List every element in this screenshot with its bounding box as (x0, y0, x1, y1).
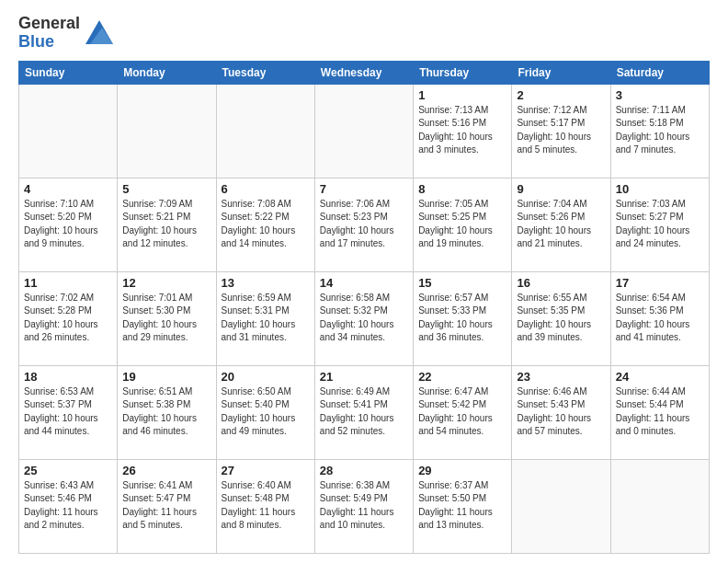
calendar-cell: 17Sunrise: 6:54 AM Sunset: 5:36 PM Dayli… (610, 271, 709, 365)
day-number: 16 (517, 276, 605, 290)
weekday-header: Tuesday (216, 61, 314, 84)
logo-icon (85, 20, 113, 48)
calendar-cell: 16Sunrise: 6:55 AM Sunset: 5:35 PM Dayli… (512, 271, 610, 365)
weekday-header: Thursday (414, 61, 512, 84)
calendar-cell: 3Sunrise: 7:11 AM Sunset: 5:18 PM Daylig… (610, 84, 709, 178)
calendar-cell: 4Sunrise: 7:10 AM Sunset: 5:20 PM Daylig… (19, 178, 118, 271)
day-info: Sunrise: 6:40 AM Sunset: 5:48 PM Dayligh… (222, 479, 310, 533)
day-number: 9 (517, 182, 605, 196)
calendar-cell (314, 84, 413, 178)
calendar-cell: 7Sunrise: 7:06 AM Sunset: 5:23 PM Daylig… (314, 178, 413, 271)
calendar-week-row: 25Sunrise: 6:43 AM Sunset: 5:46 PM Dayli… (19, 459, 710, 553)
day-info: Sunrise: 7:08 AM Sunset: 5:22 PM Dayligh… (222, 198, 310, 251)
day-info: Sunrise: 6:57 AM Sunset: 5:33 PM Dayligh… (418, 292, 506, 345)
calendar-cell: 11Sunrise: 7:02 AM Sunset: 5:28 PM Dayli… (19, 271, 118, 365)
calendar-cell: 23Sunrise: 6:46 AM Sunset: 5:43 PM Dayli… (512, 365, 610, 459)
header: General Blue (18, 15, 710, 52)
calendar-week-row: 1Sunrise: 7:13 AM Sunset: 5:16 PM Daylig… (19, 84, 710, 178)
day-number: 26 (122, 464, 210, 477)
day-info: Sunrise: 7:13 AM Sunset: 5:16 PM Dayligh… (418, 104, 506, 157)
day-number: 10 (616, 182, 704, 196)
day-number: 8 (418, 182, 506, 196)
calendar-cell (19, 84, 118, 178)
day-number: 23 (517, 370, 605, 384)
weekday-header: Sunday (19, 61, 118, 84)
day-info: Sunrise: 7:03 AM Sunset: 5:27 PM Dayligh… (616, 198, 704, 251)
calendar-cell: 15Sunrise: 6:57 AM Sunset: 5:33 PM Dayli… (414, 271, 512, 365)
day-number: 24 (616, 370, 704, 384)
day-number: 4 (24, 182, 112, 196)
day-info: Sunrise: 6:47 AM Sunset: 5:42 PM Dayligh… (418, 385, 506, 439)
day-info: Sunrise: 7:06 AM Sunset: 5:23 PM Dayligh… (320, 198, 408, 251)
day-info: Sunrise: 6:46 AM Sunset: 5:43 PM Dayligh… (517, 385, 605, 439)
calendar-cell: 6Sunrise: 7:08 AM Sunset: 5:22 PM Daylig… (216, 178, 314, 271)
day-number: 22 (418, 370, 506, 384)
day-info: Sunrise: 6:55 AM Sunset: 5:35 PM Dayligh… (517, 292, 605, 345)
day-number: 5 (122, 182, 210, 196)
day-number: 20 (222, 370, 310, 384)
day-info: Sunrise: 6:49 AM Sunset: 5:41 PM Dayligh… (320, 385, 408, 439)
calendar-week-row: 18Sunrise: 6:53 AM Sunset: 5:37 PM Dayli… (19, 365, 710, 459)
day-number: 19 (122, 370, 210, 384)
day-number: 12 (122, 276, 210, 290)
calendar-table: SundayMondayTuesdayWednesdayThursdayFrid… (18, 61, 710, 554)
day-info: Sunrise: 6:51 AM Sunset: 5:38 PM Dayligh… (122, 385, 210, 439)
calendar-cell: 2Sunrise: 7:12 AM Sunset: 5:17 PM Daylig… (512, 84, 610, 178)
calendar-week-row: 4Sunrise: 7:10 AM Sunset: 5:20 PM Daylig… (19, 178, 710, 271)
day-number: 25 (24, 464, 112, 477)
day-number: 18 (24, 370, 112, 384)
calendar-cell: 20Sunrise: 6:50 AM Sunset: 5:40 PM Dayli… (216, 365, 314, 459)
weekday-header: Friday (512, 61, 610, 84)
calendar-cell: 19Sunrise: 6:51 AM Sunset: 5:38 PM Dayli… (118, 365, 216, 459)
calendar-cell: 14Sunrise: 6:58 AM Sunset: 5:32 PM Dayli… (314, 271, 413, 365)
calendar-cell: 27Sunrise: 6:40 AM Sunset: 5:48 PM Dayli… (216, 459, 314, 553)
day-number: 7 (320, 182, 408, 196)
day-number: 27 (222, 464, 310, 477)
day-info: Sunrise: 6:44 AM Sunset: 5:44 PM Dayligh… (616, 385, 704, 439)
day-info: Sunrise: 6:41 AM Sunset: 5:47 PM Dayligh… (122, 479, 210, 533)
day-info: Sunrise: 7:11 AM Sunset: 5:18 PM Dayligh… (616, 104, 704, 157)
calendar-cell (610, 459, 709, 553)
calendar-cell: 29Sunrise: 6:37 AM Sunset: 5:50 PM Dayli… (414, 459, 512, 553)
day-info: Sunrise: 6:38 AM Sunset: 5:49 PM Dayligh… (320, 479, 408, 533)
day-number: 11 (24, 276, 112, 290)
day-info: Sunrise: 7:09 AM Sunset: 5:21 PM Dayligh… (122, 198, 210, 251)
day-info: Sunrise: 6:59 AM Sunset: 5:31 PM Dayligh… (222, 292, 310, 345)
calendar-cell: 10Sunrise: 7:03 AM Sunset: 5:27 PM Dayli… (610, 178, 709, 271)
day-info: Sunrise: 6:53 AM Sunset: 5:37 PM Dayligh… (24, 385, 112, 439)
calendar-cell: 5Sunrise: 7:09 AM Sunset: 5:21 PM Daylig… (118, 178, 216, 271)
logo-general: General (18, 15, 80, 33)
calendar-cell: 21Sunrise: 6:49 AM Sunset: 5:41 PM Dayli… (314, 365, 413, 459)
calendar-cell: 1Sunrise: 7:13 AM Sunset: 5:16 PM Daylig… (414, 84, 512, 178)
calendar-cell (118, 84, 216, 178)
day-info: Sunrise: 7:04 AM Sunset: 5:26 PM Dayligh… (517, 198, 605, 251)
day-number: 6 (222, 182, 310, 196)
weekday-header: Wednesday (314, 61, 413, 84)
calendar-cell: 28Sunrise: 6:38 AM Sunset: 5:49 PM Dayli… (314, 459, 413, 553)
day-info: Sunrise: 6:50 AM Sunset: 5:40 PM Dayligh… (222, 385, 310, 439)
calendar-week-row: 11Sunrise: 7:02 AM Sunset: 5:28 PM Dayli… (19, 271, 710, 365)
calendar-cell: 18Sunrise: 6:53 AM Sunset: 5:37 PM Dayli… (19, 365, 118, 459)
calendar-cell: 9Sunrise: 7:04 AM Sunset: 5:26 PM Daylig… (512, 178, 610, 271)
logo-blue: Blue (18, 33, 80, 52)
weekday-header: Monday (118, 61, 216, 84)
day-info: Sunrise: 7:10 AM Sunset: 5:20 PM Dayligh… (24, 198, 112, 251)
page: General Blue SundayMondayTuesdayWednesda… (0, 0, 728, 563)
day-number: 29 (418, 464, 506, 477)
day-info: Sunrise: 7:01 AM Sunset: 5:30 PM Dayligh… (122, 292, 210, 345)
day-info: Sunrise: 6:54 AM Sunset: 5:36 PM Dayligh… (616, 292, 704, 345)
calendar-cell: 8Sunrise: 7:05 AM Sunset: 5:25 PM Daylig… (414, 178, 512, 271)
day-info: Sunrise: 6:43 AM Sunset: 5:46 PM Dayligh… (24, 479, 112, 533)
day-number: 17 (616, 276, 704, 290)
day-info: Sunrise: 6:58 AM Sunset: 5:32 PM Dayligh… (320, 292, 408, 345)
calendar-header-row: SundayMondayTuesdayWednesdayThursdayFrid… (19, 61, 710, 84)
day-number: 3 (616, 88, 704, 102)
day-info: Sunrise: 7:12 AM Sunset: 5:17 PM Dayligh… (517, 104, 605, 157)
day-number: 21 (320, 370, 408, 384)
day-info: Sunrise: 7:02 AM Sunset: 5:28 PM Dayligh… (24, 292, 112, 345)
day-info: Sunrise: 7:05 AM Sunset: 5:25 PM Dayligh… (418, 198, 506, 251)
day-number: 1 (418, 88, 506, 102)
calendar-cell: 25Sunrise: 6:43 AM Sunset: 5:46 PM Dayli… (19, 459, 118, 553)
day-info: Sunrise: 6:37 AM Sunset: 5:50 PM Dayligh… (418, 479, 506, 533)
calendar-cell: 13Sunrise: 6:59 AM Sunset: 5:31 PM Dayli… (216, 271, 314, 365)
